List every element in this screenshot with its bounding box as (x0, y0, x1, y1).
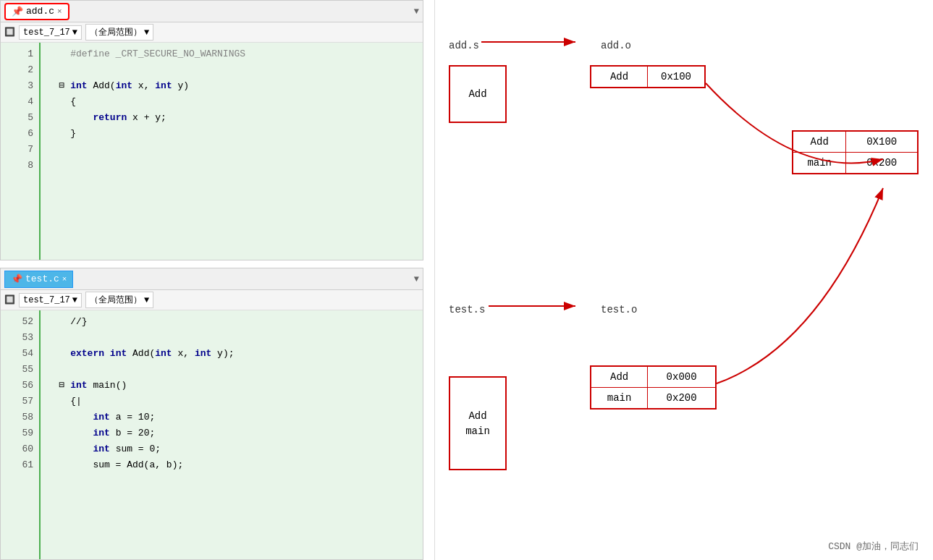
scope-dropdown-arrow: ▼ (144, 27, 149, 38)
box-test-single: Add main (449, 376, 507, 470)
box-addo-grid: Add 0x100 (590, 65, 706, 88)
bottom-scope-arrow: ▼ (144, 295, 149, 305)
bottom-editor: 📌 test.c × ▼ 🔲 test_7_17 ▼ （全局范围） ▼ 52 5… (0, 268, 423, 560)
box-add-single: Add (449, 65, 507, 123)
bottom-project-icon: 🔲 (4, 294, 15, 305)
bottom-tab-arrow-icon[interactable]: ▼ (414, 274, 419, 284)
box-exe-grid: Add 0X100 main 0x200 (792, 130, 919, 174)
scope-dropdown[interactable]: （全局范围） ▼ (85, 24, 153, 41)
bottom-scope-dropdown[interactable]: （全局范围） ▼ (85, 292, 153, 308)
exe-cell-add: Add (793, 132, 846, 152)
diagram-panel: add.s add.o Add Add 0x100 Add 0X100 mai (434, 0, 933, 560)
bottom-project-dropdown[interactable]: test_7_17 ▼ (19, 293, 82, 307)
label-addo: add.o (601, 40, 631, 51)
project-icon: 🔲 (4, 27, 15, 38)
top-code-area: 1 2 3 4 5 6 7 8 #define _CRT_SECURE_NO_W… (1, 43, 423, 260)
top-editor: 📌 add.c × ▼ 🔲 test_7_17 ▼ （全局范围） ▼ 1 2 3… (0, 0, 423, 260)
project-label: test_7_17 (23, 27, 70, 38)
bottom-line-numbers: 52 53 54 55 56 57 58 59 60 61 (1, 310, 41, 559)
watermark: CSDN @加油，同志们 (828, 540, 919, 553)
bottom-tab-pin-icon: 📌 (11, 273, 22, 285)
exe-cell-main: main (793, 153, 846, 173)
bottom-tab-label: test.c (25, 273, 59, 284)
label-tests: test.s (449, 304, 485, 315)
top-tab-add-c[interactable]: 📌 add.c × (4, 3, 69, 20)
bottom-scope-label: （全局范围） (90, 294, 142, 306)
bottom-tab-close-icon[interactable]: × (62, 275, 67, 284)
bottom-tab-bar: 📌 test.c × ▼ (1, 268, 423, 290)
label-adds: add.s (449, 40, 479, 51)
bottom-toolbar: 🔲 test_7_17 ▼ （全局范围） ▼ (1, 290, 423, 310)
project-dropdown-arrow: ▼ (72, 27, 77, 38)
tab-close-icon[interactable]: × (57, 7, 62, 16)
project-dropdown[interactable]: test_7_17 ▼ (19, 25, 82, 40)
addo-cell-add: Add (591, 67, 648, 87)
testo-cell-main-addr: 0x200 (648, 388, 715, 408)
bottom-project-arrow: ▼ (72, 295, 77, 305)
vertical-separator (434, 0, 435, 560)
bottom-code-area: 52 53 54 55 56 57 58 59 60 61 //} extern… (1, 310, 423, 559)
testo-cell-add: Add (591, 367, 648, 387)
bottom-project-label: test_7_17 (23, 295, 70, 305)
bottom-tab-test-c[interactable]: 📌 test.c × (4, 271, 73, 288)
addo-cell-addr: 0x100 (648, 67, 704, 87)
testo-cell-main: main (591, 388, 648, 408)
tab-arrow-icon[interactable]: ▼ (414, 7, 419, 17)
scope-label: （全局范围） (90, 26, 142, 38)
bottom-code-content[interactable]: //} extern int Add(int x, int y); ⊟ int … (41, 310, 423, 559)
top-code-content[interactable]: #define _CRT_SECURE_NO_WARNINGS ⊟ int Ad… (41, 43, 423, 260)
top-tab-bar: 📌 add.c × ▼ (1, 1, 423, 22)
top-tab-label: add.c (26, 6, 54, 17)
box-testo-grid: Add 0x000 main 0x200 (590, 365, 717, 410)
label-testo: test.o (601, 304, 637, 315)
tab-pin-icon: 📌 (12, 6, 23, 17)
top-toolbar: 🔲 test_7_17 ▼ （全局范围） ▼ (1, 22, 423, 43)
exe-cell-main-addr: 0x200 (846, 153, 917, 173)
exe-cell-add-addr: 0X100 (846, 132, 917, 152)
testo-cell-add-addr: 0x000 (648, 367, 715, 387)
top-line-numbers: 1 2 3 4 5 6 7 8 (1, 43, 41, 260)
